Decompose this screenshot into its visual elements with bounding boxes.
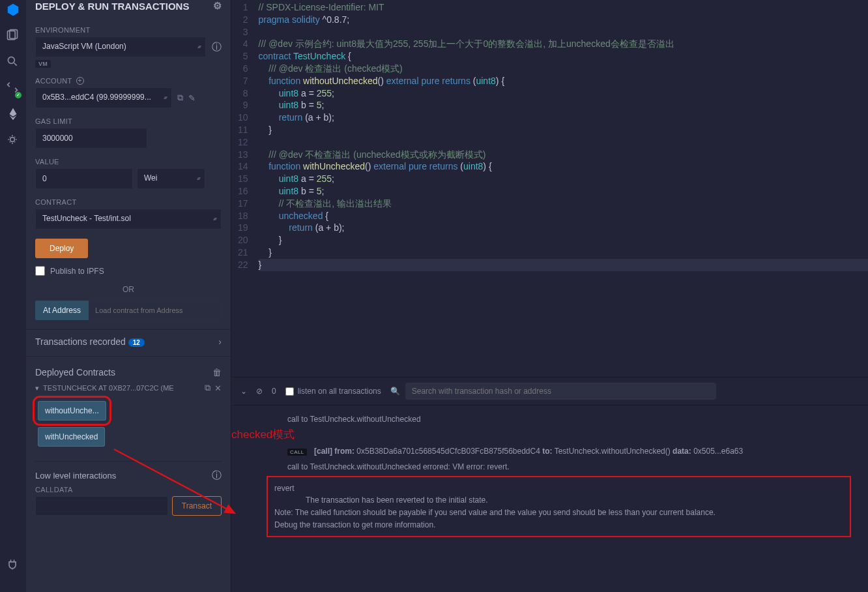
contract-label: CONTRACT xyxy=(35,198,222,206)
value-label: VALUE xyxy=(35,158,222,166)
plus-icon[interactable]: + xyxy=(76,77,84,85)
fn-withoutUnchecked-button[interactable]: withoutUnche... xyxy=(38,401,106,421)
compiler-icon[interactable]: ✓ xyxy=(6,81,20,95)
deploy-run-icon[interactable] xyxy=(6,107,20,121)
ban-icon[interactable]: ⊘ xyxy=(256,387,263,396)
settings-icon[interactable]: ⚙ xyxy=(213,0,222,12)
environment-label: ENVIRONMENT xyxy=(35,26,222,34)
revert-line: Debug the transaction to get more inform… xyxy=(274,519,843,531)
revert-line: Note: The called function should be paya… xyxy=(274,507,843,519)
contract-select[interactable]: TestUncheck - Test/int.sol xyxy=(35,209,222,229)
vm-chip: VM xyxy=(35,60,51,68)
info-icon[interactable]: ⓘ xyxy=(211,469,222,482)
line-gutter: 12345678910111213141516171819202122 xyxy=(231,0,259,377)
low-level-header: Low level interactions ⓘ xyxy=(35,469,222,482)
deploy-button[interactable]: Deploy xyxy=(35,239,88,258)
publish-ipfs-row[interactable]: Publish to IPFS xyxy=(35,266,222,276)
terminal-toolbar: ⌄ ⊘ 0 listen on all transactions 🔍 xyxy=(231,377,868,406)
gas-label: GAS LIMIT xyxy=(35,117,222,125)
value-unit-select[interactable]: Wei xyxy=(137,168,205,189)
call-badge: CALL xyxy=(287,449,307,456)
value-input[interactable] xyxy=(35,168,133,189)
code-content: // SPDX-License-Identifier: MITpragma so… xyxy=(259,0,868,377)
log-line: CALL [call] from: 0x5B38Da6a701c568545dC… xyxy=(287,445,858,458)
deploy-panel: DEPLOY & RUN TRANSACTIONS ⚙ ENVIRONMENT … xyxy=(26,0,231,592)
listen-checkbox-row[interactable]: listen on all transactions xyxy=(285,387,381,396)
calldata-input[interactable] xyxy=(35,496,168,516)
copy-icon[interactable]: ⧉ xyxy=(205,383,210,393)
or-divider: OR xyxy=(35,285,222,294)
close-icon[interactable]: ✕ xyxy=(214,383,222,393)
main-area: 12345678910111213141516171819202122 // S… xyxy=(231,0,868,592)
publish-ipfs-label: Publish to IPFS xyxy=(50,267,104,276)
terminal-search-input[interactable] xyxy=(405,383,716,400)
copy-icon[interactable]: ⧉ xyxy=(177,93,183,103)
pending-count: 0 xyxy=(272,387,276,396)
contract-instance-label: TESTUNCHECK AT 0XB27...07C2C (ME xyxy=(43,384,201,392)
account-label: ACCOUNT + xyxy=(35,77,222,85)
chevron-up-down-icon[interactable]: ⌄ xyxy=(240,387,247,396)
tx-count-badge: 12 xyxy=(128,338,145,347)
terminal-output[interactable]: call to TestUncheck.withoutUnchecked che… xyxy=(231,406,868,592)
environment-select[interactable]: JavaScript VM (London) xyxy=(35,37,206,57)
svg-point-2 xyxy=(8,57,14,63)
listen-checkbox[interactable] xyxy=(285,387,294,396)
info-icon[interactable]: ⓘ xyxy=(211,41,222,53)
search-icon[interactable]: 🔍 xyxy=(390,387,400,396)
trash-icon[interactable]: 🗑 xyxy=(212,367,222,377)
panel-header: DEPLOY & RUN TRANSACTIONS ⚙ xyxy=(26,0,231,17)
chevron-down-icon[interactable]: ▾ xyxy=(35,384,39,392)
calldata-label: CALLDATA xyxy=(35,486,222,494)
plugin-manager-icon[interactable] xyxy=(6,558,20,572)
remix-logo-icon[interactable] xyxy=(6,3,20,17)
panel-title: DEPLOY & RUN TRANSACTIONS xyxy=(35,1,189,12)
transact-button[interactable]: Transact xyxy=(172,496,222,516)
at-address-button[interactable]: At Address xyxy=(35,301,89,320)
svg-point-3 xyxy=(10,138,15,142)
revert-box: revert The transaction has been reverted… xyxy=(267,476,851,537)
code-editor[interactable]: 12345678910111213141516171819202122 // S… xyxy=(231,0,868,377)
file-explorer-icon[interactable] xyxy=(6,29,20,43)
edit-icon[interactable]: ✎ xyxy=(188,93,195,103)
at-address-input[interactable] xyxy=(89,301,222,320)
chevron-right-icon: › xyxy=(218,336,222,347)
annotation-label: checked模式 xyxy=(231,426,295,443)
terminal: ⌄ ⊘ 0 listen on all transactions 🔍 call … xyxy=(231,377,868,592)
debugger-icon[interactable] xyxy=(6,133,20,147)
account-select[interactable]: 0x5B3...eddC4 (99.99999999... xyxy=(35,87,172,108)
publish-ipfs-checkbox[interactable] xyxy=(35,266,45,276)
revert-line: The transaction has been reverted to the… xyxy=(274,494,843,507)
revert-head: revert xyxy=(274,482,843,495)
gas-input[interactable] xyxy=(35,128,147,149)
tx-recorded-row[interactable]: Transactions recorded 12 › xyxy=(35,336,222,347)
fn-withUnchecked-button[interactable]: withUnchecked xyxy=(38,427,105,447)
log-line: call to TestUncheck.withoutUnchecked xyxy=(287,413,858,426)
search-icon[interactable] xyxy=(6,55,20,69)
deployed-contracts-header: Deployed Contracts 🗑 xyxy=(35,367,222,377)
contract-instance: ▾ TESTUNCHECK AT 0XB27...07C2C (ME ⧉ ✕ xyxy=(35,383,222,393)
icon-sidebar: ✓ xyxy=(0,0,26,592)
log-line: call to TestUncheck.withoutUnchecked err… xyxy=(287,461,858,473)
listen-label: listen on all transactions xyxy=(298,387,381,396)
